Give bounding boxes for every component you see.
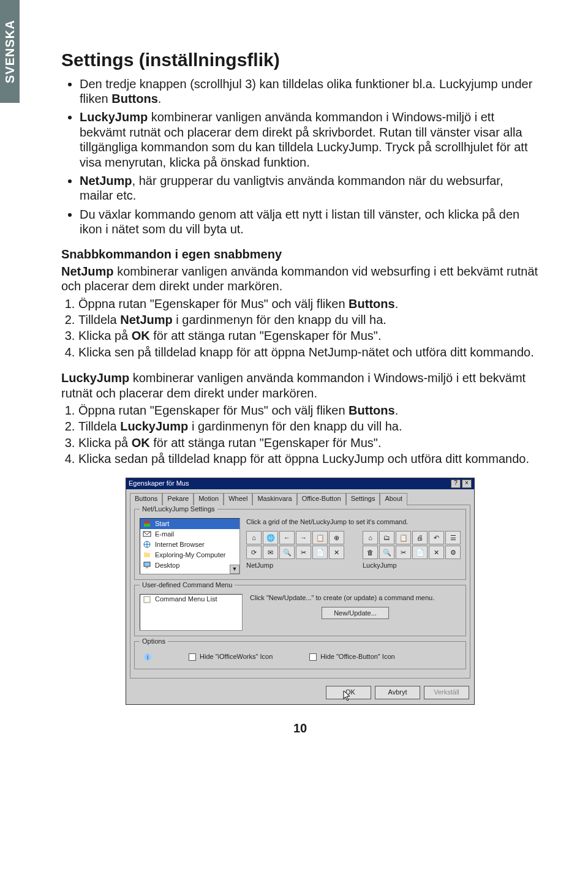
hide-office-button-checkbox[interactable]: Hide "Office-Button" Icon <box>309 653 394 661</box>
page-number: 10 <box>61 721 539 735</box>
grid-cell[interactable]: ⌂ <box>246 531 262 544</box>
tab-maskinvara[interactable]: Maskinvara <box>252 493 296 505</box>
grid-glyph-icon: ↶ <box>434 534 439 542</box>
checkbox-icon <box>309 653 317 661</box>
grid-glyph-icon: ⚙ <box>450 549 456 557</box>
group-user-defined: User-defined Command Menu Command Menu L… <box>134 585 466 636</box>
step-item: Öppna rutan "Egenskaper för Mus" och väl… <box>78 296 539 311</box>
tab-about[interactable]: About <box>380 493 407 505</box>
step-item: Tilldela NetJump i gardinmenyn för den k… <box>78 312 539 327</box>
grid-glyph-icon: → <box>300 534 307 542</box>
cancel-button[interactable]: Avbryt <box>375 686 420 699</box>
list-item-start[interactable]: Start <box>140 519 239 529</box>
grid-cell[interactable]: 🖨 <box>412 531 428 544</box>
close-button[interactable]: × <box>462 479 472 488</box>
svg-rect-7 <box>146 567 148 568</box>
list-item-browser[interactable]: Internet Browser <box>140 539 239 550</box>
bullet-item: LuckyJump kombinerar vanligen använda ko… <box>80 110 539 170</box>
grid-cell[interactable]: 📄 <box>412 546 428 559</box>
grid-cell[interactable]: ✂ <box>396 546 411 559</box>
grid-glyph-icon: ⌂ <box>368 534 372 542</box>
grid-glyph-icon: 🖨 <box>417 534 423 542</box>
desktop-icon <box>143 561 151 570</box>
grid-cell[interactable]: 🗑 <box>363 546 378 559</box>
grid-glyph-icon: 🗑 <box>367 549 374 557</box>
grid-glyph-icon: ✂ <box>301 549 306 557</box>
step-item: Klicka sen på tilldelad knapp för att öp… <box>78 345 539 359</box>
list-item-explorer[interactable]: Exploring-My Computer <box>140 550 239 560</box>
cursor-icon <box>344 688 352 697</box>
checkbox-icon <box>189 653 196 661</box>
grid-cell[interactable]: ⌂ <box>363 531 378 544</box>
grid-cell[interactable]: 🗂 <box>379 531 394 544</box>
step-item: Öppna rutan "Egenskaper för Mus" och väl… <box>78 403 539 418</box>
dialog-titlebar: Egenskaper för Mus ? × <box>126 478 474 489</box>
grid-glyph-icon: ☰ <box>450 534 456 542</box>
group-legend: Net/LuckyJump Settings <box>140 505 217 513</box>
grid-glyph-icon: ← <box>284 534 290 542</box>
grid-cell[interactable]: ✕ <box>429 546 444 559</box>
dialog-footer: OK Avbryt Verkställ <box>126 682 474 704</box>
list-item-desktop[interactable]: Desktop <box>140 560 239 571</box>
tab-settings[interactable]: Settings <box>346 493 380 505</box>
grid-glyph-icon: 🔍 <box>383 549 391 557</box>
grid-cell[interactable]: ⊕ <box>329 531 344 544</box>
language-tab: SVENSKA <box>0 0 20 103</box>
grid-cell[interactable]: ✂ <box>296 546 311 559</box>
svg-marker-11 <box>344 691 350 701</box>
tab-buttons[interactable]: Buttons <box>130 493 162 505</box>
document-page: Settings (inställningsflik) Den tredje k… <box>0 0 588 748</box>
grid-cell[interactable]: ✉ <box>263 546 278 559</box>
grid-cell[interactable]: ✕ <box>329 546 344 559</box>
grid-glyph-icon: 📄 <box>416 549 424 557</box>
user-menu-listbox[interactable]: Command Menu List <box>140 594 243 631</box>
svg-rect-5 <box>144 552 147 554</box>
globe-icon <box>143 540 151 549</box>
bullet-item: NetJump, här grupperar du vanligtvis anv… <box>80 173 539 203</box>
netjump-grid[interactable]: ⌂ 🌐 ← → 📋 ⊕ ⟳ ✉ 🔍 ✂ <box>246 531 344 559</box>
luckyjump-steps: Öppna rutan "Egenskaper för Mus" och väl… <box>61 403 539 467</box>
luckyjump-caption: LuckyJump <box>363 562 461 570</box>
luckyjump-grid[interactable]: ⌂ 🗂 📋 🖨 ↶ ☰ 🗑 🔍 ✂ 📄 <box>363 531 461 559</box>
grid-glyph-icon: 🗂 <box>383 534 390 542</box>
new-update-button[interactable]: New/Update... <box>322 607 389 619</box>
folder-icon <box>143 551 151 559</box>
help-button[interactable]: ? <box>451 479 461 488</box>
tab-wheel[interactable]: Wheel <box>224 493 252 505</box>
grid-cell[interactable]: ← <box>279 531 295 544</box>
netjump-paragraph: NetJump kombinerar vanligen använda komm… <box>61 264 539 294</box>
ok-button[interactable]: OK <box>326 686 371 699</box>
svg-rect-6 <box>144 562 150 566</box>
tab-motion[interactable]: Motion <box>194 493 224 505</box>
bullet-item: Den tredje knappen (scrollhjul 3) kan ti… <box>80 77 539 107</box>
dialog-title: Egenskaper för Mus <box>129 479 450 487</box>
grid-cell[interactable]: ⟳ <box>246 546 262 559</box>
grid-cell[interactable]: 🔍 <box>279 546 295 559</box>
svg-rect-8 <box>144 596 150 603</box>
grid-glyph-icon: 🌐 <box>266 534 275 542</box>
grid-cell[interactable]: 📄 <box>312 546 328 559</box>
svg-text:i: i <box>147 654 148 661</box>
grid-glyph-icon: ✂ <box>401 549 406 557</box>
grid-hint: Click a grid of the Net/LuckyJump to set… <box>246 518 461 526</box>
scroll-down-button[interactable]: ▼ <box>230 565 239 574</box>
page-heading: Settings (inställningsflik) <box>61 49 539 72</box>
grid-cell[interactable]: 📋 <box>312 531 328 544</box>
grid-cell[interactable]: ↶ <box>429 531 444 544</box>
grid-glyph-icon: 🔍 <box>283 549 292 557</box>
apply-button[interactable]: Verkställ <box>424 686 469 699</box>
tab-pekare[interactable]: Pekare <box>162 493 194 505</box>
grid-cell[interactable]: ⚙ <box>445 546 461 559</box>
command-listbox[interactable]: Start E-mail Internet Brow <box>140 518 240 574</box>
grid-cell[interactable]: 🔍 <box>379 546 394 559</box>
list-item-email[interactable]: E-mail <box>140 529 239 539</box>
netjump-caption: NetJump <box>246 562 344 570</box>
svg-rect-4 <box>144 553 150 557</box>
grid-cell[interactable]: → <box>296 531 311 544</box>
grid-cell[interactable]: 📋 <box>396 531 411 544</box>
hide-iofficeworks-checkbox[interactable]: Hide "iOfficeWorks" Icon <box>189 653 273 661</box>
tab-office-button[interactable]: Office-Button <box>297 493 346 505</box>
grid-cell[interactable]: 🌐 <box>263 531 278 544</box>
grid-glyph-icon: 📋 <box>399 534 408 542</box>
grid-cell[interactable]: ☰ <box>445 531 461 544</box>
